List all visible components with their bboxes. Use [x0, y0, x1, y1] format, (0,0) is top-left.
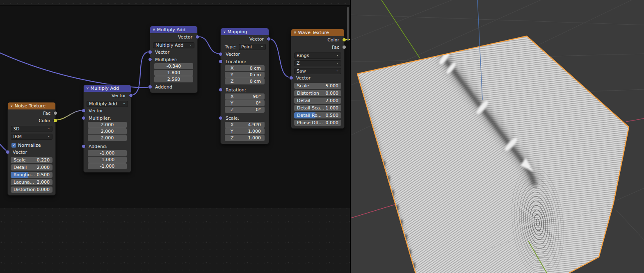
- socket-multiplier-input[interactable]: [148, 57, 152, 61]
- socket-scale-input[interactable]: [219, 116, 223, 120]
- socket-addend-input[interactable]: [82, 144, 86, 148]
- location-label: Location:: [221, 58, 269, 65]
- editor-top-strip: [0, 0, 350, 6]
- chevron-down-icon: [260, 45, 263, 49]
- editor-divider[interactable]: [350, 0, 351, 273]
- wave-profile-dropdown[interactable]: Saw: [294, 68, 341, 74]
- wire-noise-color-to-multiplyadd1: [55, 110, 83, 120]
- input-vector: Vector: [221, 50, 269, 58]
- collapse-chevron-icon[interactable]: [223, 30, 226, 34]
- detail-scale-slider[interactable]: Detail Sca... 1.000: [294, 105, 341, 111]
- socket-color-output[interactable]: [342, 38, 346, 42]
- node-header[interactable]: Multiply Add: [150, 26, 197, 33]
- input-vector: Vector: [291, 74, 344, 82]
- node-multiply-add-2[interactable]: Multiply Add Vector Multiply Add Vector …: [150, 26, 198, 93]
- socket-multiplier-input[interactable]: [82, 116, 86, 120]
- rotation-y-field[interactable]: Y0°: [225, 100, 265, 106]
- socket-vector-input[interactable]: [148, 50, 152, 54]
- dimensions-dropdown[interactable]: 3D: [11, 126, 53, 132]
- node-noise-texture[interactable]: Noise Texture Fac Color 3D fBM Normalize…: [7, 102, 56, 196]
- output-fac: Fac: [291, 43, 344, 51]
- vertical-scrollbar[interactable]: [347, 7, 349, 41]
- node-header[interactable]: Mapping: [221, 28, 269, 35]
- socket-vector-input[interactable]: [82, 109, 86, 113]
- roughness-slider[interactable]: Roughn... 0.500: [11, 172, 53, 178]
- socket-addend-input[interactable]: [148, 85, 152, 89]
- chevron-down-icon: [47, 127, 50, 131]
- scale-y-field[interactable]: Y1.000: [225, 128, 265, 134]
- addend-x-field[interactable]: -1.000: [88, 150, 127, 156]
- rotation-x-field[interactable]: X90°: [225, 93, 265, 100]
- node-wave-texture[interactable]: Wave Texture Color Fac Rings Z Saw Vecto…: [291, 29, 345, 129]
- collapse-chevron-icon[interactable]: [294, 31, 297, 34]
- socket-vector-input[interactable]: [219, 52, 223, 56]
- scale-slider[interactable]: Scale 0.220: [11, 157, 53, 163]
- input-vector: Vector: [8, 148, 55, 156]
- input-vector: Vector: [150, 48, 197, 56]
- location-z-field[interactable]: Z0 cm: [225, 78, 265, 84]
- rings-direction-dropdown[interactable]: Z: [294, 60, 341, 66]
- wave-type-dropdown[interactable]: Rings: [294, 52, 341, 59]
- socket-fac-output[interactable]: [342, 45, 346, 49]
- rotation-z-field[interactable]: Z0°: [225, 107, 265, 113]
- rotation-label: Rotation:: [221, 86, 269, 93]
- node-title: Wave Texture: [298, 30, 329, 35]
- operation-dropdown[interactable]: Multiply Add: [153, 42, 194, 48]
- multiplier-z-field[interactable]: 2.000: [88, 135, 127, 141]
- scale-z-field[interactable]: Z1.000: [225, 135, 265, 141]
- multiplier-y-field[interactable]: 2.000: [88, 128, 127, 134]
- scale-x-field[interactable]: X4.920: [225, 122, 265, 128]
- node-title: Multiply Add: [91, 86, 119, 91]
- socket-vector-input[interactable]: [289, 76, 293, 80]
- socket-vector-output[interactable]: [195, 35, 199, 39]
- socket-vector-output[interactable]: [267, 37, 271, 41]
- distortion-slider[interactable]: Distortion 0.000: [294, 90, 341, 96]
- collapse-chevron-icon[interactable]: [86, 86, 89, 90]
- multiplier-label: Multiplier:: [84, 114, 131, 122]
- distortion-slider[interactable]: Distortion 0.000: [11, 187, 53, 193]
- node-header[interactable]: Wave Texture: [291, 29, 344, 36]
- socket-vector-input[interactable]: [6, 150, 10, 154]
- detail-slider[interactable]: Detail 2.000: [294, 98, 341, 104]
- node-header[interactable]: Multiply Add: [84, 85, 131, 92]
- phase-offset-slider[interactable]: Phase Off... 0.000: [294, 120, 341, 126]
- collapse-chevron-icon[interactable]: [153, 28, 155, 32]
- node-header[interactable]: Noise Texture: [8, 102, 55, 109]
- editor-dot-grid-region: [0, 208, 350, 273]
- shader-node-editor[interactable]: Noise Texture Fac Color 3D fBM Normalize…: [0, 0, 350, 273]
- socket-fac-output[interactable]: [53, 111, 57, 115]
- chevron-down-icon: [189, 43, 192, 47]
- socket-location-input[interactable]: [219, 59, 223, 64]
- noise-type-dropdown[interactable]: fBM: [11, 134, 53, 140]
- chevron-down-icon: [336, 54, 339, 57]
- node-mapping[interactable]: Mapping Vector Type: Point Vector Locati…: [220, 28, 269, 144]
- mapping-type-dropdown[interactable]: Point: [239, 44, 266, 50]
- normalize-checkbox-row[interactable]: Normalize: [11, 142, 53, 148]
- output-fac: Fac: [8, 109, 55, 117]
- collapse-chevron-icon[interactable]: [10, 104, 13, 108]
- socket-rotation-input[interactable]: [219, 88, 223, 92]
- output-vector: Vector: [84, 92, 131, 99]
- chevron-down-icon: [336, 61, 339, 65]
- multiplier-z-field[interactable]: 2.560: [154, 76, 193, 82]
- multiplier-x-field[interactable]: 2.000: [88, 122, 127, 128]
- location-y-field[interactable]: Y0 cm: [225, 72, 265, 78]
- operation-dropdown[interactable]: Multiply Add: [87, 101, 128, 107]
- multiplier-x-field[interactable]: -0.340: [154, 63, 193, 69]
- socket-vector-output[interactable]: [129, 93, 133, 98]
- lacunarity-slider[interactable]: Lacuna... 2.000: [11, 179, 53, 185]
- node-multiply-add-1[interactable]: Multiply Add Vector Multiply Add Vector …: [83, 84, 131, 173]
- viewport-3d[interactable]: [351, 0, 644, 273]
- detail-roughness-slider[interactable]: Detail Ro... 0.500: [294, 112, 341, 118]
- addend-z-field[interactable]: -1.000: [88, 163, 127, 169]
- input-vector: Vector: [84, 107, 131, 114]
- multiplier-y-field[interactable]: 1.800: [154, 70, 193, 76]
- checkbox-checked-icon[interactable]: [11, 143, 16, 148]
- wire-multiplyadd1-to-multiplyadd2: [131, 52, 150, 95]
- location-x-field[interactable]: X0 cm: [225, 65, 265, 71]
- scale-slider[interactable]: Scale 5.000: [294, 83, 341, 89]
- node-title: Noise Texture: [15, 103, 46, 109]
- detail-slider[interactable]: Detail 2.000: [11, 164, 53, 171]
- socket-color-output[interactable]: [53, 118, 57, 123]
- addend-y-field[interactable]: -1.000: [88, 157, 127, 163]
